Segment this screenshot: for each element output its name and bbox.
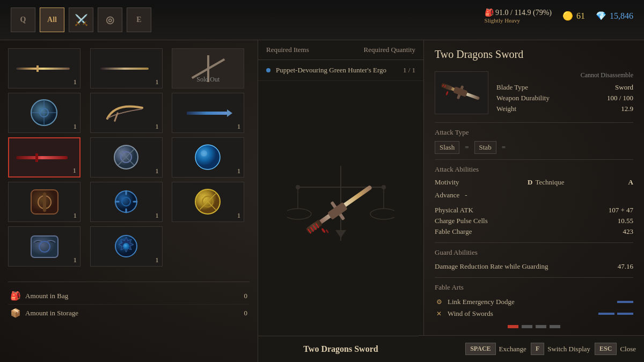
tab-q-label: Q: [20, 16, 26, 24]
required-qty: 1 / 1: [403, 66, 415, 75]
switch-display-btn[interactable]: F Switch Display: [531, 343, 590, 355]
durability-value: 100 / 100: [607, 94, 633, 102]
guard-abilities-title: Guard Abilities: [435, 248, 633, 257]
svg-point-44: [321, 227, 326, 233]
required-qty-col: Required Quantity: [341, 46, 415, 54]
required-header: Required Items Required Quantity: [258, 40, 423, 60]
fable-art-1: ⚙ Link Emergency Dodge: [435, 296, 633, 308]
fable-charge-value: 423: [623, 227, 634, 236]
blue-gear-icon: [112, 187, 141, 217]
item-slot-12[interactable]: 1: [172, 182, 244, 222]
svg-rect-18: [43, 193, 46, 212]
item-count-4: 1: [74, 122, 77, 131]
weapon-display: [287, 155, 394, 262]
exchange-label: Exchange: [499, 345, 526, 353]
selected-sword-icon: [15, 152, 74, 164]
item-slot-8[interactable]: 1: [90, 137, 163, 178]
fable-charge-row: Fable Charge 423: [435, 226, 633, 237]
inventory-bottom: 🎒 Amount in Bag 0 📦 Amount in Storage 0: [8, 282, 250, 321]
link-dodge-icon: ⚙: [435, 298, 443, 306]
divider-4: [435, 277, 633, 278]
charge-dots: [435, 325, 633, 328]
tab-sword[interactable]: ⚔️: [69, 8, 93, 32]
curved-blade-icon: [105, 97, 148, 129]
tab-e[interactable]: E: [127, 8, 151, 32]
item-count-12: 1: [237, 211, 241, 220]
inventory-panel: 1 1 Sold Out: [0, 40, 258, 362]
item-count-9: 1: [237, 167, 241, 175]
durability-row: Weapon Durability 100 / 100: [496, 93, 633, 104]
item-slot-4[interactable]: 1: [8, 93, 80, 133]
equals-1: =: [465, 143, 469, 152]
svg-rect-10: [16, 156, 68, 159]
svg-point-45: [325, 229, 329, 233]
ergo-icon: 🟡: [562, 11, 573, 21]
exchange-key: SPACE: [465, 343, 495, 355]
currency-stat: 💎 15,846: [596, 11, 633, 21]
item-slot-5[interactable]: 1: [90, 93, 163, 133]
blade-type-value: Sword: [615, 83, 633, 92]
item-header: Cannot Disassemble Blade Type Sword Weap…: [435, 71, 633, 114]
fable-art-1-name: Link Emergency Dodge: [448, 298, 613, 306]
details-panel: Two Dragons Sword: [424, 40, 644, 362]
motivity-label: Motivity: [435, 178, 525, 187]
bag-label: Amount in Bag: [25, 292, 68, 300]
storage-label: Amount in Storage: [25, 309, 78, 317]
tab-all[interactable]: All: [40, 8, 64, 32]
svg-rect-49: [441, 83, 452, 91]
circle-weapon-icon: [112, 143, 141, 172]
fable-art-2: ✕ Wind of Swords: [435, 308, 633, 320]
technique-label: Technique: [536, 178, 626, 187]
item-count-8: 1: [155, 167, 159, 175]
thumb-sword-svg: [437, 74, 486, 112]
shield-arm-icon: [28, 187, 61, 217]
item-dot: [266, 68, 270, 72]
advance-value: -: [465, 191, 467, 200]
item-slot-14[interactable]: 1: [90, 226, 163, 267]
physical-atk-label: Physical ATK: [435, 206, 473, 215]
bag-icon: 🎒: [10, 291, 21, 301]
fable-art-1-bars: [617, 301, 633, 303]
attack-abilities-title: Attack Abilities: [435, 165, 633, 174]
tab-q[interactable]: Q: [11, 8, 35, 32]
tab-disc[interactable]: ◎: [98, 8, 122, 32]
item-slot-13[interactable]: 1: [8, 226, 80, 267]
weight-value: 🎒 91.0 / 114.9 (79%): [485, 8, 552, 17]
item-slot-1[interactable]: 1: [8, 48, 80, 88]
item-count-2: 1: [155, 78, 159, 86]
cannot-disassemble: Cannot Disassemble: [496, 71, 633, 79]
exchange-btn[interactable]: SPACE Exchange: [465, 343, 526, 355]
item-slot-3[interactable]: Sold Out: [172, 48, 244, 88]
item-count-6: 1: [237, 122, 241, 131]
bag-row: 🎒 Amount in Bag 0: [8, 287, 250, 304]
divider-2: [435, 159, 633, 160]
item-slot-9[interactable]: 1: [172, 137, 244, 178]
golden-disc-icon: [193, 187, 223, 217]
currency-icon: 💎: [596, 11, 606, 21]
item-slot-11[interactable]: 1: [90, 182, 163, 222]
item-count-7: 1: [73, 166, 77, 175]
item-thumbnail: [435, 71, 488, 114]
svg-point-26: [123, 243, 129, 249]
fable-art-2-name: Wind of Swords: [448, 309, 592, 318]
action-bar: SPACE Exchange F Switch Display ESC Clos…: [419, 335, 644, 362]
top-stats: 🎒 91.0 / 114.9 (79%) Slightly Heavy 🟡 61…: [485, 8, 633, 24]
stats-block: Physical ATK 107 + 47 Charge Pulse Cells…: [435, 205, 633, 237]
item-slot-10[interactable]: 1: [8, 182, 80, 222]
item-slot-7[interactable]: 1: [8, 137, 80, 178]
svg-rect-7: [114, 112, 119, 122]
close-btn[interactable]: ESC Close: [595, 343, 636, 355]
weapon-center-svg: [287, 155, 394, 262]
main-content: 1 1 Sold Out: [0, 40, 644, 362]
svg-rect-2: [100, 68, 149, 70]
item-count-1: 1: [74, 78, 77, 86]
item-name-display: Two Dragons Sword: [258, 336, 423, 362]
item-slot-6[interactable]: 1: [172, 93, 244, 133]
gear-arm2-icon: [28, 232, 61, 261]
required-item-row: Puppet-Devouring Green Hunter's Ergo 1 /…: [258, 60, 423, 81]
wind-swords-icon: ✕: [435, 309, 443, 318]
item-slot-2[interactable]: 1: [90, 48, 163, 88]
bag-value: 0: [244, 292, 248, 300]
disc-icon: ◎: [106, 14, 114, 26]
blade-type-label: Blade Type: [496, 83, 528, 92]
